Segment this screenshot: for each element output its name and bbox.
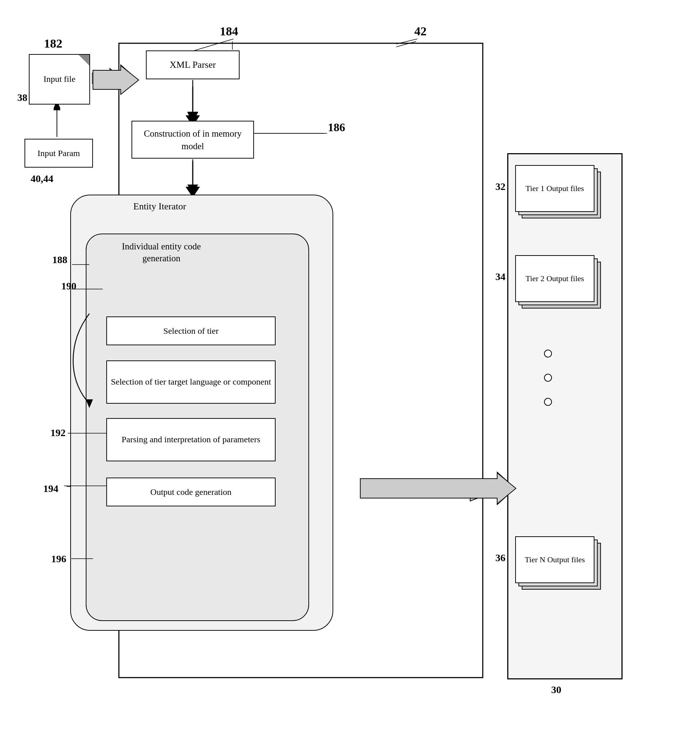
output-code-gen-label: Output code generation [150,487,231,497]
output-outer-box [507,153,623,679]
loop-arrow [68,310,97,411]
label-34: 34 [495,271,505,283]
entity-iterator-label: Entity Iterator [133,201,186,212]
label-188: 188 [52,254,67,266]
svg-marker-22 [92,69,121,88]
svg-marker-2 [188,112,198,121]
parsing-box: Parsing and interpretation of parameters [106,418,276,461]
label-38: 38 [17,92,27,103]
label-42: 42 [414,25,427,38]
big-arrow-right [92,67,121,90]
tier1-label: Tier 1 Output files [526,183,584,194]
svg-line-33 [195,39,233,50]
dot-1 [544,350,552,358]
dot-3 [544,398,552,406]
svg-line-21 [396,41,416,47]
dots-container [544,350,552,406]
parsing-label: Parsing and interpretation of parameters [122,433,260,446]
input-param-box: Input Param [25,139,93,167]
tierN-label: Tier N Output files [525,554,585,565]
input-file-label: Input file [44,74,76,85]
label-194: 194 [43,483,58,494]
selection-of-tier-label: Selection of tier [163,326,218,336]
svg-marker-28 [188,185,198,194]
svg-marker-30 [53,104,61,110]
construction-label: Construction of in memory model [132,127,253,152]
label-186: 186 [328,121,345,134]
svg-marker-23 [86,399,93,408]
label-4044: 40,44 [31,173,53,185]
input-param-label: Input Param [38,149,80,158]
ind-entity-label: Individual entity code generation [111,241,212,264]
label-190: 190 [61,280,77,292]
svg-line-34 [396,39,417,44]
svg-marker-24 [362,479,499,501]
big-output-arrow [362,477,499,503]
xml-parser-label: XML Parser [170,59,216,70]
selection-of-tier-box: Selection of tier [106,316,276,345]
label-32: 32 [495,181,505,192]
output-code-gen-box: Output code generation [106,477,276,506]
label-36: 36 [495,552,505,564]
label-184: 184 [220,25,238,38]
selection-tier-target-box: Selection of tier target language or com… [106,360,276,404]
tier2-stack: Tier 2 Output files [515,255,609,308]
tier1-stack: Tier 1 Output files [515,165,609,218]
construction-box: Construction of in memory model [131,121,254,159]
dot-2 [544,374,552,382]
selection-tier-target-label: Selection of tier target language or com… [111,376,271,388]
label-30: 30 [551,684,561,696]
label-182: 182 [44,37,62,50]
input-file-box: Input file [29,54,90,105]
tierN-stack: Tier N Output files [515,536,609,590]
label-196: 196 [51,553,66,565]
label-192: 192 [50,427,66,439]
xml-parser-box: XML Parser [146,50,239,79]
tier2-label: Tier 2 Output files [526,273,584,285]
